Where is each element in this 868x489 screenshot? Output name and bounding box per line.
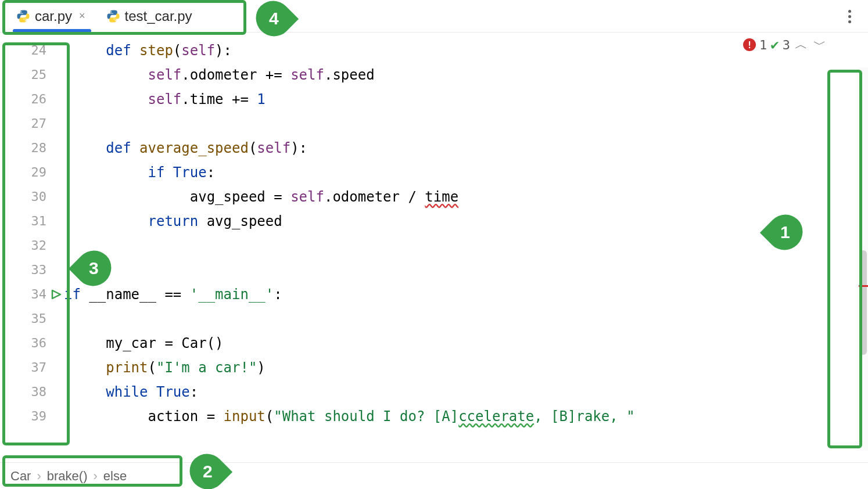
breadcrumb-item[interactable]: Car bbox=[10, 469, 31, 484]
svg-point-3 bbox=[114, 20, 116, 21]
editor: 24252627282930313233343536373839 ! 1 ✔ 3… bbox=[0, 33, 868, 451]
line-number[interactable]: 37 bbox=[0, 355, 64, 380]
scrollbar-thumb[interactable] bbox=[860, 250, 867, 355]
tab-bar: car.py × test_car.py bbox=[0, 0, 868, 33]
tab-test-car-py[interactable]: test_car.py bbox=[97, 2, 202, 30]
line-number[interactable]: 26 bbox=[0, 87, 64, 112]
code-line[interactable] bbox=[64, 307, 868, 331]
close-tab-icon[interactable]: × bbox=[77, 10, 88, 22]
code-line[interactable] bbox=[64, 112, 868, 136]
line-number[interactable]: 25 bbox=[0, 63, 64, 87]
run-gutter-icon[interactable] bbox=[51, 289, 62, 300]
line-number[interactable]: 35 bbox=[0, 307, 64, 331]
line-number[interactable]: 36 bbox=[0, 331, 64, 355]
svg-point-2 bbox=[110, 11, 112, 12]
chevron-right-icon: › bbox=[37, 469, 41, 484]
line-number[interactable]: 32 bbox=[0, 233, 64, 258]
code-line[interactable] bbox=[64, 258, 868, 282]
python-file-icon bbox=[16, 9, 30, 23]
svg-point-1 bbox=[25, 20, 26, 21]
code-line[interactable]: self.time += 1 bbox=[64, 87, 868, 112]
tab-car-py[interactable]: car.py × bbox=[7, 2, 97, 30]
code-line[interactable]: avg_speed = self.odometer / time bbox=[64, 185, 868, 209]
tab-label: test_car.py bbox=[125, 8, 192, 24]
code-line[interactable]: def average_speed(self): bbox=[64, 136, 868, 160]
line-number-gutter: 24252627282930313233343536373839 bbox=[0, 33, 64, 451]
line-number[interactable]: 29 bbox=[0, 160, 64, 185]
code-line[interactable]: action = input("What should I do? [A]cce… bbox=[64, 404, 868, 429]
line-number[interactable]: 27 bbox=[0, 112, 64, 136]
code-line[interactable]: if True: bbox=[64, 160, 868, 185]
code-line[interactable]: self.odometer += self.speed bbox=[64, 63, 868, 87]
more-menu-icon[interactable] bbox=[841, 8, 858, 24]
breadcrumb-item[interactable]: brake() bbox=[47, 469, 88, 484]
tab-label: car.py bbox=[35, 8, 72, 24]
error-stripe-marker[interactable] bbox=[859, 285, 868, 287]
code-line[interactable]: while True: bbox=[64, 380, 868, 404]
line-number[interactable]: 24 bbox=[0, 38, 64, 63]
chevron-right-icon: › bbox=[93, 469, 97, 484]
code-line[interactable]: my_car = Car() bbox=[64, 331, 868, 355]
breadcrumb-item[interactable]: else bbox=[103, 469, 127, 484]
code-line[interactable]: def step(self): bbox=[64, 38, 868, 63]
code-line[interactable]: return avg_speed bbox=[64, 209, 868, 233]
line-number[interactable]: 39 bbox=[0, 404, 64, 429]
line-number[interactable]: 30 bbox=[0, 185, 64, 209]
python-file-icon bbox=[106, 9, 120, 23]
svg-marker-4 bbox=[52, 290, 60, 299]
code-line[interactable]: if __name__ == '__main__': bbox=[64, 282, 868, 307]
svg-point-0 bbox=[20, 11, 21, 12]
scrollbar-track[interactable] bbox=[858, 67, 868, 451]
code-line[interactable]: print("I'm a car!") bbox=[64, 355, 868, 380]
line-number[interactable]: 28 bbox=[0, 136, 64, 160]
breadcrumb[interactable]: Car › brake() › else bbox=[0, 462, 868, 489]
line-number[interactable]: 38 bbox=[0, 380, 64, 404]
code-line[interactable] bbox=[64, 233, 868, 258]
code-area[interactable]: ! 1 ✔ 3 ︿ ﹀ def step(self): self.odomete… bbox=[64, 33, 868, 451]
line-number[interactable]: 34 bbox=[0, 282, 64, 307]
line-number[interactable]: 33 bbox=[0, 258, 64, 282]
line-number[interactable]: 31 bbox=[0, 209, 64, 233]
